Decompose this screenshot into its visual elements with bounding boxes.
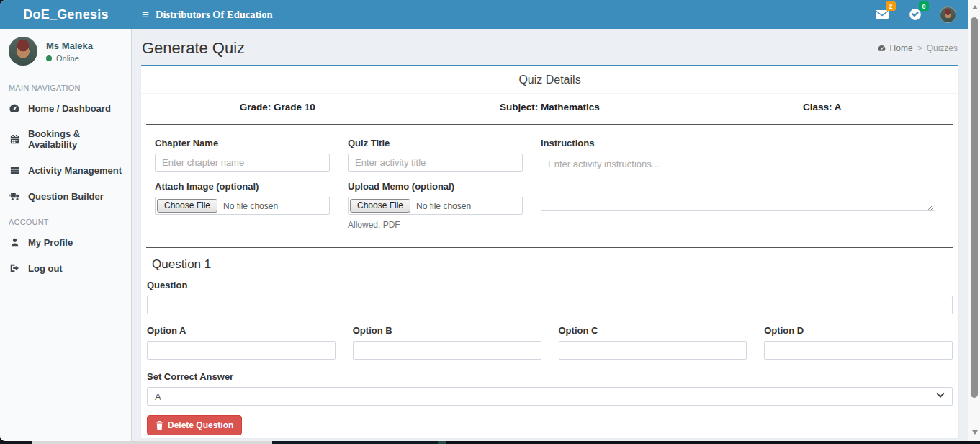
instructions-label: Instructions	[541, 138, 935, 148]
breadcrumb-current: Quizzes	[927, 43, 958, 53]
delete-question-button[interactable]: Delete Question	[147, 415, 242, 435]
tachometer-icon	[9, 102, 20, 114]
quiz-title-label: Quiz Title	[348, 138, 523, 148]
online-status-label: Online	[56, 54, 79, 63]
trash-icon	[156, 421, 163, 430]
memo-help-text: Allowed: PDF	[348, 220, 523, 230]
online-status-dot	[46, 56, 52, 61]
chapter-name-label: Chapter Name	[155, 138, 330, 148]
chapter-name-input[interactable]	[155, 154, 330, 172]
breadcrumb-separator: >	[917, 43, 922, 53]
quiz-grade: Grade: Grade 10	[141, 102, 413, 112]
user-avatar	[9, 37, 37, 66]
user-name: Ms Maleka	[46, 40, 93, 51]
choose-file-button[interactable]: Choose File	[350, 199, 410, 213]
sidebar-item-my-profile[interactable]: My Profile	[0, 229, 131, 255]
option-a-input[interactable]	[147, 341, 336, 360]
quiz-meta-row: Grade: Grade 10 Subject: Mathematics Cla…	[141, 94, 958, 124]
question-label: Question	[147, 280, 953, 290]
sidebar-item-question-builder[interactable]: Question Builder	[0, 183, 131, 209]
upload-memo-file-input[interactable]: Choose File No file chosen	[348, 197, 523, 215]
attach-image-file-input[interactable]: Choose File No file chosen	[155, 197, 330, 215]
option-a-label: Option A	[147, 325, 336, 336]
sidebar-item-label: My Profile	[28, 237, 73, 248]
delete-question-label: Delete Question	[168, 420, 233, 430]
quiz-details-form: Chapter Name Attach Image (optional) Cho…	[141, 125, 958, 230]
sidebar-item-label: Home / Dashboard	[28, 103, 111, 114]
question-block: Question 1 Question Option A Option B	[141, 248, 958, 441]
brand-logo[interactable]: DoE_Genesis	[0, 0, 132, 29]
sidebar-item-log-out[interactable]: Log out	[0, 255, 131, 281]
upload-memo-label: Upload Memo (optional)	[348, 181, 523, 192]
messages-button[interactable]: 2	[873, 6, 891, 23]
sidebar-item-label: Bookings & Availability	[28, 128, 122, 150]
truck-icon	[9, 190, 20, 202]
quiz-subject: Subject: Mathematics	[413, 102, 685, 112]
tasks-button[interactable]: 0	[907, 6, 924, 23]
sidebar-toggle-icon[interactable]: ≡	[142, 9, 149, 21]
app-window: DoE_Genesis ≡ Distributors Of Education …	[0, 0, 980, 441]
option-d-input[interactable]	[764, 341, 953, 360]
scrollbar-up-arrow[interactable]	[968, 1, 980, 13]
vertical-scrollbar[interactable]	[968, 0, 980, 441]
option-c-input[interactable]	[559, 341, 747, 360]
user-avatar[interactable]	[940, 6, 956, 23]
list-icon	[9, 164, 20, 176]
quiz-form-card: Quiz Details Grade: Grade 10 Subject: Ma…	[141, 65, 958, 438]
question-heading: Question 1	[152, 257, 953, 272]
breadcrumb: Home > Quizzes	[877, 43, 958, 53]
sidebar-item-label: Question Builder	[28, 191, 104, 202]
quiz-title-input[interactable]	[348, 154, 523, 172]
option-c-label: Option C	[559, 325, 747, 336]
sidebar-item-home-dashboard[interactable]: Home / Dashboard	[0, 95, 131, 121]
sidebar-item-label: Activity Management	[28, 165, 122, 176]
home-icon	[877, 44, 886, 53]
sidebar-section-account: ACCOUNT	[0, 209, 131, 229]
scrollbar-down-arrow[interactable]	[968, 427, 980, 438]
messages-badge: 2	[886, 1, 896, 11]
screen: DoE_Genesis ≡ Distributors Of Education …	[0, 0, 980, 444]
user-icon	[9, 236, 20, 248]
sign-out-icon	[9, 262, 20, 274]
option-d-label: Option D	[764, 325, 953, 336]
main-content: Generate Quiz Home > Quizzes Quiz Detail…	[132, 29, 968, 441]
scrollbar-thumb[interactable]	[971, 17, 978, 398]
correct-answer-select[interactable]: A	[147, 387, 953, 406]
file-chosen-status: No file chosen	[223, 201, 278, 211]
sidebar-section-main: MAIN NAVIGATION	[0, 75, 131, 95]
sidebar-item-bookings-availability[interactable]: Bookings & Availability	[0, 121, 131, 157]
breadcrumb-home-label: Home	[890, 43, 913, 53]
correct-answer-label: Set Correct Answer	[147, 371, 953, 382]
card-title: Quiz Details	[141, 66, 958, 94]
calendar-icon	[9, 133, 20, 145]
instructions-textarea[interactable]	[541, 154, 935, 211]
option-b-label: Option B	[353, 325, 541, 336]
option-b-input[interactable]	[353, 341, 541, 360]
sidebar-item-activity-management[interactable]: Activity Management	[0, 157, 131, 183]
sidebar: Ms Maleka Online MAIN NAVIGATION Home / …	[0, 29, 132, 441]
user-panel: Ms Maleka Online	[0, 29, 131, 75]
choose-file-button[interactable]: Choose File	[157, 199, 217, 213]
top-navbar: DoE_Genesis ≡ Distributors Of Education …	[0, 0, 968, 29]
org-name: Distributors Of Education	[156, 9, 273, 21]
file-chosen-status: No file chosen	[416, 201, 471, 211]
attach-image-label: Attach Image (optional)	[155, 181, 330, 192]
quiz-class: Class: A	[686, 102, 958, 112]
tasks-badge: 0	[919, 1, 929, 11]
question-input[interactable]	[147, 296, 953, 314]
sidebar-item-label: Log out	[28, 263, 63, 274]
page-title: Generate Quiz	[142, 39, 245, 58]
breadcrumb-home-link[interactable]: Home	[877, 43, 913, 53]
